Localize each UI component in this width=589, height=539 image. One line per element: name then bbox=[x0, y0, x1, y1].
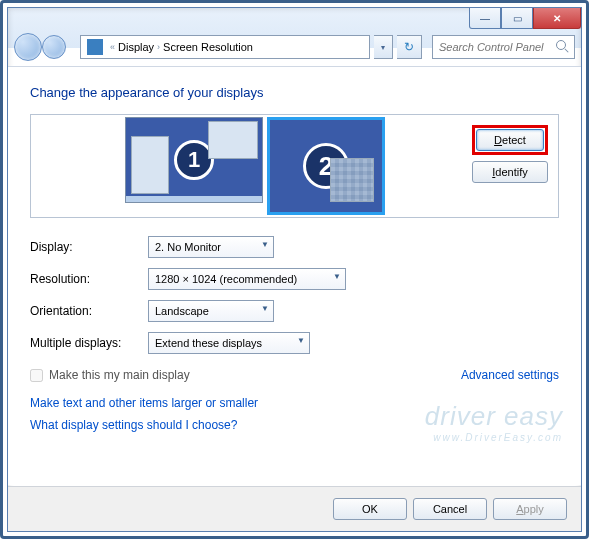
main-display-checkbox bbox=[30, 369, 43, 382]
monitor-1[interactable]: 1 bbox=[125, 117, 263, 203]
control-panel-icon bbox=[87, 39, 103, 55]
dialog-footer: OK Cancel Apply bbox=[8, 486, 581, 531]
content-area: Change the appearance of your displays 1… bbox=[8, 66, 581, 485]
back-button[interactable] bbox=[14, 33, 42, 61]
window-controls: — ▭ ✕ bbox=[469, 8, 581, 29]
display-label: Display: bbox=[30, 240, 148, 254]
main-display-label: Make this my main display bbox=[49, 368, 190, 382]
window-frame: — ▭ ✕ « Display › Screen Resolution ▾ ↻ bbox=[7, 7, 582, 532]
refresh-button[interactable]: ↻ bbox=[397, 35, 422, 59]
monitor-2-grid-icon bbox=[330, 158, 374, 202]
ok-button[interactable]: OK bbox=[333, 498, 407, 520]
advanced-settings-link[interactable]: Advanced settings bbox=[461, 368, 559, 382]
minimize-button[interactable]: — bbox=[469, 8, 501, 29]
orientation-label: Orientation: bbox=[30, 304, 148, 318]
forward-button[interactable] bbox=[42, 35, 66, 59]
search-icon bbox=[556, 40, 570, 54]
detect-highlight: Detect bbox=[472, 125, 548, 155]
identify-button[interactable]: Identify bbox=[472, 161, 548, 183]
page-title: Change the appearance of your displays bbox=[30, 85, 559, 100]
address-history-button[interactable]: ▾ bbox=[374, 35, 393, 59]
monitor-1-window-icon bbox=[208, 121, 258, 159]
display-arrangement-box[interactable]: 1 2 Detect Identify bbox=[30, 114, 559, 218]
cancel-button[interactable]: Cancel bbox=[413, 498, 487, 520]
breadcrumb-display[interactable]: Display bbox=[118, 41, 154, 53]
search-input[interactable] bbox=[433, 41, 574, 53]
display-dropdown[interactable]: 2. No Monitor bbox=[148, 236, 274, 258]
navigation-bar: « Display › Screen Resolution ▾ ↻ bbox=[8, 30, 581, 64]
maximize-button[interactable]: ▭ bbox=[501, 8, 533, 29]
resolution-dropdown[interactable]: 1280 × 1024 (recommended) bbox=[148, 268, 346, 290]
monitor-2[interactable]: 2 bbox=[267, 117, 385, 215]
chevron-right-icon: › bbox=[157, 42, 160, 52]
close-button[interactable]: ✕ bbox=[533, 8, 581, 29]
search-box[interactable] bbox=[432, 35, 575, 59]
breadcrumb-bar[interactable]: « Display › Screen Resolution bbox=[80, 35, 370, 59]
orientation-dropdown[interactable]: Landscape bbox=[148, 300, 274, 322]
display-settings-form: Display: 2. No Monitor Resolution: 1280 … bbox=[30, 236, 559, 354]
monitor-1-taskbar-icon bbox=[126, 196, 262, 202]
monitor-1-window-icon bbox=[131, 136, 169, 194]
breadcrumb-screen-resolution[interactable]: Screen Resolution bbox=[163, 41, 253, 53]
chevron-left-icon: « bbox=[110, 42, 115, 52]
detect-button[interactable]: Detect bbox=[476, 129, 544, 151]
multiple-displays-dropdown[interactable]: Extend these displays bbox=[148, 332, 310, 354]
resolution-label: Resolution: bbox=[30, 272, 148, 286]
text-size-link[interactable]: Make text and other items larger or smal… bbox=[30, 396, 559, 410]
apply-button[interactable]: Apply bbox=[493, 498, 567, 520]
multiple-displays-label: Multiple displays: bbox=[30, 336, 148, 350]
help-link[interactable]: What display settings should I choose? bbox=[30, 418, 559, 432]
